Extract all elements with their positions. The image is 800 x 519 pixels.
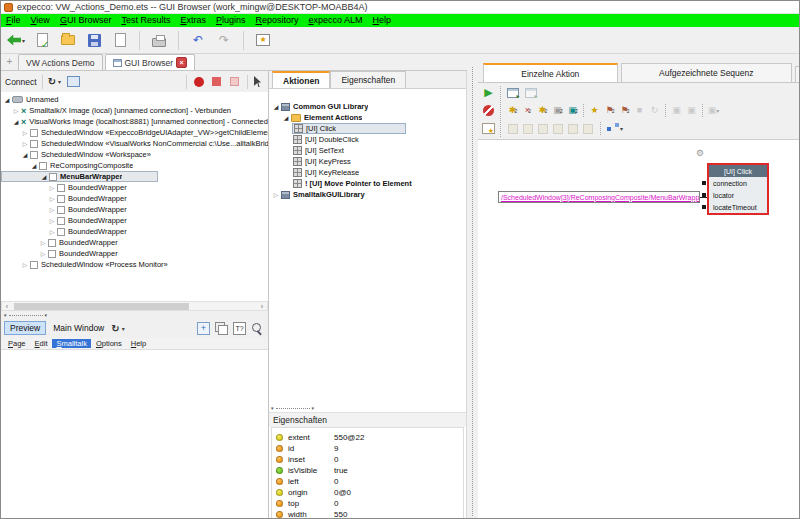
element-checkbox[interactable] [48, 239, 56, 247]
element-checkbox[interactable] [57, 228, 65, 236]
expander-icon[interactable]: ▷ [21, 129, 29, 136]
tree-item[interactable]: ▷BoundedWrapper [1, 193, 268, 204]
tree-item-selected[interactable]: ◢MenuBarWrapper [1, 171, 158, 182]
tab-gui-browser[interactable]: GUI Browser × [105, 54, 196, 70]
property-row[interactable]: inset0 [276, 454, 461, 465]
tree-item[interactable]: ▷ScheduledWindow «ExpeccoBridgeUIAdapter… [1, 127, 268, 138]
expander-icon[interactable]: ◢ [282, 114, 290, 121]
save-check-button[interactable]: ✓ [31, 30, 53, 51]
layers-icon[interactable] [215, 322, 228, 335]
print-button[interactable] [148, 30, 170, 51]
expander-icon[interactable]: ▷ [48, 228, 56, 235]
record-options-button[interactable]: ▣▾ [706, 103, 721, 118]
expander-icon[interactable]: ▷ [48, 184, 56, 191]
new-document-button[interactable] [109, 30, 131, 51]
pause-sequence-button[interactable]: ■ [632, 103, 647, 118]
breakpoint-button[interactable] [481, 103, 496, 118]
tree-item[interactable]: [UI] SetText [269, 145, 466, 156]
element-checkbox[interactable] [57, 206, 65, 214]
tree-item[interactable]: ▷BoundedWrapper [1, 237, 268, 248]
tree-item-selected[interactable]: [UI] Click [292, 123, 406, 134]
element-checkbox[interactable] [30, 151, 38, 159]
expander-icon[interactable]: ▷ [48, 195, 56, 202]
property-row[interactable]: origin0@0 [276, 487, 461, 498]
expander-icon[interactable]: ◢ [30, 162, 38, 169]
settings-tool-button[interactable]: ★ [252, 30, 274, 51]
horizontal-scrollbar[interactable]: ‹ › [1, 301, 268, 311]
tree-item[interactable]: ▷BoundedWrapper [1, 204, 268, 215]
unlink-button[interactable]: ▣ [684, 103, 699, 118]
pin-connection[interactable]: connection [709, 177, 767, 189]
tree-item[interactable]: ◢×VisualWorks Image (localhost:8881) [un… [1, 116, 268, 127]
menu-expecco-alm[interactable]: expecco ALM [304, 14, 368, 27]
text-info-icon[interactable]: T? [233, 322, 246, 335]
element-checkbox[interactable] [30, 129, 38, 137]
splitter-handle[interactable]: ▾ ▾ [271, 405, 381, 411]
expander-icon[interactable]: ▷ [39, 250, 47, 257]
add-tab-button[interactable]: + [3, 55, 16, 68]
tree-item[interactable]: [UI] DoubleClick [269, 134, 466, 145]
pin-locate-timeout[interactable]: locateTimeout [709, 201, 767, 213]
gear-icon[interactable]: ⚙ [696, 149, 704, 158]
save-variant-button[interactable] [520, 121, 535, 136]
element-checkbox[interactable] [30, 261, 38, 269]
pin-icon[interactable] [702, 181, 706, 185]
expander-icon[interactable]: ◢ [21, 151, 29, 158]
expander-icon[interactable]: ◢ [3, 96, 11, 103]
tree-item[interactable]: [UI] KeyPress [269, 156, 466, 167]
refresh-dropdown-icon[interactable]: ▾ [58, 78, 61, 85]
save-button[interactable] [83, 30, 105, 51]
set-flag-button[interactable]: ⚑ [602, 103, 617, 118]
toggle-breakpoint-button[interactable]: ✱ [505, 103, 520, 118]
preview-menu-smalltalk[interactable]: Smalltalk [52, 339, 90, 348]
locator-value-box[interactable]: /ScheduledWindow[3]/ReComposingComposite… [498, 191, 700, 203]
tree-item[interactable]: ◢Common GUI Library [269, 101, 466, 112]
center-view-icon[interactable]: + [197, 322, 210, 335]
expander-icon[interactable]: ▷ [48, 206, 56, 213]
save-variant-button[interactable] [565, 121, 580, 136]
conditional-breakpoint-button[interactable]: ✱ [535, 103, 550, 118]
expander-icon[interactable]: ▷ [21, 261, 29, 268]
connector-mode-button[interactable]: ▾ [605, 121, 625, 136]
action-canvas[interactable]: ⚙ /ScheduledWindow[3]/ReComposingComposi… [478, 140, 800, 519]
reload-window-button[interactable]: ★ [481, 121, 496, 136]
pin-icon[interactable] [702, 205, 706, 209]
preview-tab-button[interactable]: Preview [4, 321, 46, 335]
element-checkbox[interactable] [39, 162, 47, 170]
new-action-button[interactable]: ★ [587, 103, 602, 118]
refresh-icon[interactable]: ↻ [48, 76, 56, 87]
tab-aktionen[interactable]: Aktionen [272, 71, 330, 88]
tree-item[interactable]: ▷×Smalltalk/X Image (local) [unnamed con… [1, 105, 268, 116]
element-checkbox[interactable] [49, 173, 57, 181]
action-node-ui-click[interactable]: [UI] Click connection locator locateTime… [707, 163, 769, 215]
tab-einzelne-aktion[interactable]: Einzelne Aktion [483, 63, 618, 82]
preview-refresh-icon[interactable]: ↻ [111, 323, 119, 334]
element-checkbox[interactable] [57, 195, 65, 203]
clear-flag-button[interactable]: ⚑ [617, 103, 632, 118]
repeat-button[interactable]: ↻ [647, 103, 662, 118]
element-checkbox[interactable] [57, 184, 65, 192]
preview-menu-page[interactable]: Page [4, 339, 30, 348]
expander-icon[interactable]: ▷ [12, 107, 20, 114]
pin-locator[interactable]: locator [709, 189, 767, 201]
tree-item[interactable]: ▷BoundedWrapper [1, 248, 268, 259]
expander-icon[interactable]: ◢ [40, 173, 48, 180]
undo-button[interactable]: ↶ [187, 30, 209, 51]
run-action-button[interactable]: ▶ [481, 85, 496, 100]
connect-button[interactable]: Connect [5, 77, 37, 87]
pick-element-icon[interactable] [254, 76, 263, 87]
tab-eigenschaften[interactable]: Eigenschaften [330, 71, 406, 88]
tree-item[interactable]: ▷SmalltalkGUILibrary [269, 189, 466, 200]
tree-item[interactable]: ◢Unnamed [1, 94, 268, 105]
element-checkbox[interactable] [30, 140, 38, 148]
property-row[interactable]: isVisibletrue [276, 465, 461, 476]
pause-icon[interactable] [230, 77, 239, 86]
menu-repository[interactable]: Repository [251, 14, 304, 27]
scroll-right-icon[interactable]: › [257, 303, 267, 310]
property-row[interactable]: extent550@22 [276, 432, 461, 443]
tab-aufgezeichnete-sequenz[interactable]: Aufgezeichnete Sequenz [621, 63, 792, 82]
element-checkbox[interactable] [57, 217, 65, 225]
menu-plugins[interactable]: Plugins [211, 14, 251, 27]
expander-icon[interactable]: ◢ [272, 103, 280, 110]
tree-item[interactable]: ◢ReComposingComposite [1, 160, 268, 171]
